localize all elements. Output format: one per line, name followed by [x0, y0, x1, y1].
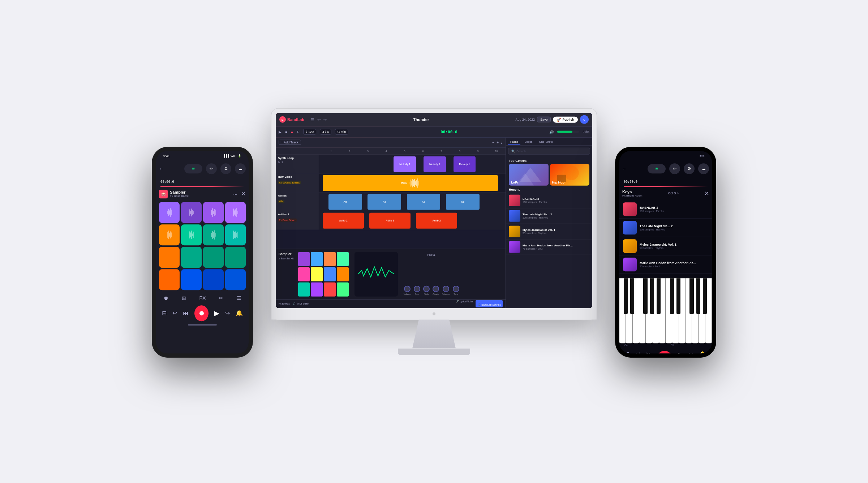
add-track-button[interactable]: + Add Track	[279, 140, 301, 145]
undo-icon-r[interactable]: ↩	[636, 351, 640, 353]
gear-btn[interactable]: ⚙	[220, 163, 231, 174]
white-key-f2[interactable]	[686, 278, 692, 343]
recent-item[interactable]: The Late Night Sh... 2 108 samples · Hip…	[506, 208, 592, 224]
phone-pad[interactable]	[181, 224, 202, 245]
pad[interactable]	[324, 282, 336, 296]
clip[interactable]: Adlib 2	[323, 212, 364, 228]
stop-btn[interactable]: ■	[285, 130, 287, 134]
black-key[interactable]	[670, 278, 674, 314]
record-button-phone[interactable]	[194, 305, 209, 321]
song-item[interactable]: The Late Night Sh... 2 108 samples · Hip…	[619, 219, 712, 237]
tab-loops[interactable]: Loops	[523, 139, 535, 145]
rewind-icon[interactable]: ⏮	[183, 310, 189, 316]
black-key[interactable]	[643, 278, 647, 314]
pad[interactable]	[337, 252, 349, 266]
record-btn-daw[interactable]: ●	[291, 130, 293, 134]
waveform-btn[interactable]: ≋	[184, 164, 202, 173]
recent-item[interactable]: Myles Jasnowski: Vol. 1 90 samples · Rhy…	[506, 224, 592, 239]
clip[interactable]: Ad	[328, 194, 362, 210]
play-btn-phone[interactable]: ▶	[214, 309, 219, 317]
black-key[interactable]	[657, 278, 661, 314]
piano-keys[interactable]: .wk { background:#ffffff; border-right:1…	[619, 278, 712, 343]
phone-pad[interactable]	[181, 247, 202, 268]
clip[interactable]: Main	[323, 175, 498, 191]
pencil-btn-right[interactable]: ✏	[669, 163, 680, 174]
redo-btn[interactable]: ↪	[323, 117, 327, 122]
redo-icon-r[interactable]: ↪	[689, 351, 693, 353]
knob-release[interactable]: Release	[442, 285, 450, 295]
time-sig-display[interactable]: 4 / 4	[320, 129, 331, 135]
clip[interactable]: Ad	[368, 194, 401, 210]
knob-tone[interactable]: Tone	[453, 285, 459, 295]
record-icon-r[interactable]: ⏺	[625, 351, 630, 353]
clip[interactable]: Melody 1	[454, 156, 476, 172]
undo-btn[interactable]: ↩	[317, 117, 321, 122]
phone-pad[interactable]	[225, 224, 246, 245]
save-button[interactable]: Save	[537, 117, 551, 122]
upload-btn[interactable]: ☁	[235, 163, 246, 174]
search-bar[interactable]: 🔍 Search	[508, 147, 590, 154]
loop-btn[interactable]: ↻	[297, 130, 300, 134]
fx-icon-left[interactable]: FX	[199, 295, 206, 301]
song-item[interactable]: BASHLAB 2 110 samples · Electro	[619, 200, 712, 219]
clip[interactable]: Melody 1	[394, 156, 416, 172]
pad[interactable]	[337, 267, 349, 281]
black-key[interactable]	[630, 278, 634, 314]
genre-lofi[interactable]: LoFi	[509, 164, 549, 185]
phone-pad[interactable]	[225, 247, 246, 268]
phone-pad[interactable]	[159, 202, 180, 223]
phone-pad[interactable]	[225, 202, 246, 223]
pad[interactable]	[337, 282, 349, 296]
black-key[interactable]	[696, 278, 700, 314]
black-key[interactable]	[703, 278, 707, 314]
fx-tab[interactable]: Fx Effects	[279, 302, 290, 305]
octave-nav[interactable]: Oct 3 >	[668, 191, 679, 195]
redo-icon[interactable]: ↪	[225, 310, 230, 316]
pad[interactable]	[311, 282, 323, 296]
track-content[interactable]: Melody 1 Melody 1 Melody 1	[319, 155, 506, 173]
track-content[interactable]: Ad Ad Ad Ad	[319, 192, 506, 211]
gear-btn-right[interactable]: ⚙	[684, 163, 695, 174]
bandlab-sounds-btn[interactable]: 🎵 BandLab Sounds	[476, 300, 503, 307]
tab-oneshots[interactable]: One-Shots	[537, 139, 555, 145]
pencil-icon[interactable]: ✏	[219, 295, 223, 301]
pencil-btn[interactable]: ✏	[206, 163, 217, 174]
phone-pad[interactable]	[203, 224, 224, 245]
waveform-btn-right[interactable]: ≋	[648, 164, 666, 173]
record-button-right[interactable]	[657, 351, 673, 353]
zoom-out-btn[interactable]: −	[492, 140, 494, 144]
rewind-icon-r[interactable]: ⏮	[646, 351, 651, 353]
genre-hiphop[interactable]: Hip Hop	[550, 164, 590, 185]
clip[interactable]: Adlib 2	[369, 212, 411, 228]
black-key[interactable]	[624, 278, 628, 314]
phone-pad[interactable]	[159, 224, 180, 245]
pad[interactable]	[298, 252, 310, 266]
back-btn-left[interactable]: ←	[159, 166, 164, 172]
black-key[interactable]	[689, 278, 693, 314]
volume-slider[interactable]	[557, 131, 579, 133]
knob-pitch[interactable]: Pitch	[423, 285, 430, 295]
record-icon[interactable]: ⏺	[163, 295, 168, 301]
play-btn-right[interactable]: ▶	[678, 351, 683, 353]
track-mute[interactable]: M	[278, 160, 280, 164]
close-btn-right[interactable]: ✕	[704, 190, 709, 197]
pad[interactable]	[324, 267, 336, 281]
publish-button[interactable]: 🚀 Publish	[553, 116, 578, 122]
close-btn-left[interactable]: ✕	[241, 190, 246, 197]
midi-editor-tab[interactable]: 🎵 MIDI Editor	[293, 302, 309, 305]
phone-pad[interactable]	[225, 269, 246, 290]
song-item[interactable]: Marie Ann Hedon from Another Pla... 75 s…	[619, 255, 712, 274]
track-content[interactable]: Adlib 2 Adlib 2 Adlib 2	[319, 211, 506, 229]
undo-icon[interactable]: ↩	[172, 310, 177, 316]
knob-volume[interactable]: Volume	[404, 285, 411, 295]
song-item[interactable]: Myles Jasnowski: Vol. 1 90 samples · Rhy…	[619, 237, 712, 255]
clip[interactable]: Ad	[407, 194, 441, 210]
black-key[interactable]	[676, 278, 680, 314]
pad[interactable]	[311, 252, 323, 266]
phone-pad[interactable]	[159, 247, 180, 268]
recent-item[interactable]: Marie Ann Hedon from Another Pla... 75 s…	[506, 239, 592, 255]
phone-pad[interactable]	[159, 269, 180, 290]
play-btn[interactable]: ▶	[279, 130, 282, 134]
lyrics-notes-tab[interactable]: 🎤 Lyrics/Notes	[456, 300, 473, 307]
more-btn[interactable]: ···	[233, 191, 237, 197]
